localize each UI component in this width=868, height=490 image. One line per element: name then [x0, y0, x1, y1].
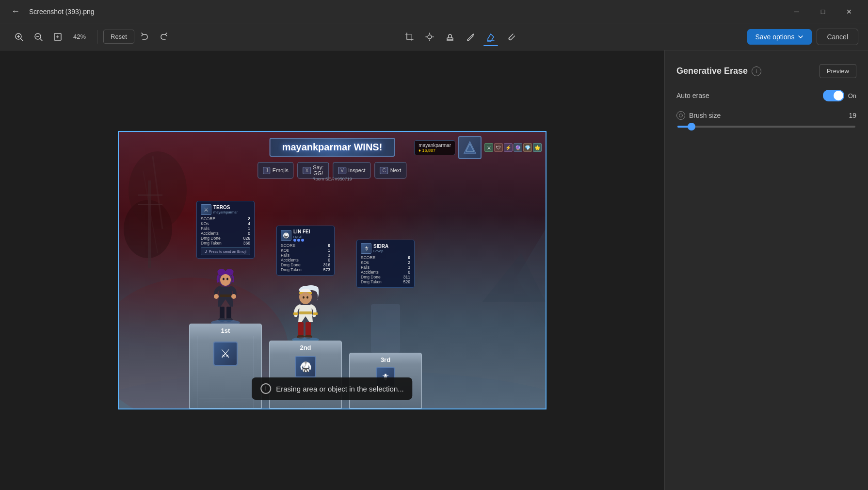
redo-button[interactable] — [155, 28, 173, 46]
window-controls: ─ □ ✕ — [786, 4, 860, 19]
brush-size-label: Brush size — [689, 112, 845, 119]
zoom-level: 42% — [68, 33, 91, 40]
erase-tool[interactable] — [482, 28, 500, 46]
pedestal-column-1st: 1st ⚔ — [189, 324, 262, 408]
mini-icons: ⚔ 🛡 ⚡ 🔮 💎 🌟 — [484, 143, 542, 152]
stamp-tool[interactable] — [441, 28, 459, 46]
fit-button[interactable] — [48, 28, 67, 46]
filename-label: Screenshot (393).png — [29, 8, 786, 16]
svg-point-33 — [226, 278, 228, 280]
svg-rect-37 — [220, 307, 225, 319]
svg-rect-49 — [305, 322, 311, 336]
pedestal-1st-area: ⚔ TEROS mayankparmar SCORE2 KOs4 Falls1 … — [189, 201, 262, 408]
tooltip-info-icon: i — [260, 383, 271, 394]
draw-tool[interactable] — [461, 28, 480, 46]
emojis-btn: JEmojis — [258, 162, 294, 179]
brush-size-value: 19 — [849, 112, 856, 119]
maximize-button[interactable]: □ — [812, 4, 834, 19]
brush-slider-container — [676, 126, 856, 128]
svg-point-35 — [214, 294, 219, 299]
game-screenshot: mayankparmar WINS! JEmojis XSay: GG! VIn… — [119, 132, 546, 408]
reset-button[interactable]: Reset — [103, 30, 134, 44]
save-options-label: Save options — [755, 33, 794, 41]
character-3rd — [364, 290, 407, 353]
main-content: mayankparmar WINS! JEmojis XSay: GG! VIn… — [0, 50, 868, 490]
say-gg-btn: XSay: GG! — [298, 162, 329, 179]
profile-icon — [458, 136, 482, 159]
profile-name: mayankparmar — [418, 143, 451, 148]
svg-rect-47 — [299, 311, 312, 314]
minimize-button[interactable]: ─ — [786, 4, 808, 19]
auto-erase-state: On — [848, 92, 856, 99]
score-card-3rd: 🗡 SIDRA Lovop SCORE0 KOs2 Falls3 Acciden… — [356, 240, 415, 288]
svg-rect-38 — [226, 307, 231, 319]
zoom-out-button[interactable] — [29, 28, 48, 46]
right-panel: Generative Erase i Preview Auto erase On… — [664, 50, 868, 490]
toolbar: 42% Reset — [0, 23, 868, 50]
next-btn: CNext — [374, 162, 406, 179]
char-1st-svg — [206, 265, 245, 324]
tooltip-bar: i Erasing area or object in the selectio… — [252, 377, 412, 400]
crop-tool[interactable] — [400, 28, 418, 46]
auto-erase-row: Auto erase On — [676, 90, 856, 101]
svg-rect-16 — [447, 40, 453, 41]
profile-info: mayankparmar ♦ 16,887 — [414, 140, 455, 155]
svg-rect-48 — [298, 322, 304, 336]
svg-point-18 — [509, 38, 511, 40]
svg-rect-53 — [313, 312, 318, 315]
back-button[interactable]: ← — [8, 4, 23, 19]
character-2nd — [284, 278, 327, 341]
panel-info-icon[interactable]: i — [752, 66, 761, 76]
svg-point-31 — [220, 274, 231, 286]
undo-button[interactable] — [135, 28, 154, 46]
winner-banner: mayankparmar WINS! — [270, 138, 395, 157]
brush-tool[interactable] — [502, 28, 520, 46]
svg-point-45 — [303, 296, 305, 299]
game-buttons-row: JEmojis XSay: GG! VInspect CNext — [258, 162, 407, 179]
profile-area: mayankparmar ♦ 16,887 ⚔ 🛡 ⚡ — [414, 136, 542, 159]
svg-point-54 — [292, 337, 319, 341]
divider-1 — [97, 30, 97, 44]
svg-point-32 — [223, 278, 225, 280]
brush-size-icon — [676, 111, 685, 120]
edit-controls: Reset — [103, 28, 173, 46]
character-1st — [204, 261, 247, 324]
score-card-1st: ⚔ TEROS mayankparmar SCORE2 KOs4 Falls1 … — [196, 201, 255, 259]
close-button[interactable]: ✕ — [838, 4, 860, 19]
brush-size-row: Brush size 19 — [676, 111, 856, 120]
svg-rect-23 — [148, 180, 151, 268]
winner-banner-area: mayankparmar WINS! JEmojis XSay: GG! VIn… — [270, 138, 395, 157]
winner-text: mayankparmar WINS! — [282, 142, 383, 152]
title-bar: ← Screenshot (393).png ─ □ ✕ — [0, 0, 868, 23]
panel-title: Generative Erase — [676, 66, 748, 76]
canvas-area: mayankparmar WINS! JEmojis XSay: GG! VIn… — [0, 50, 664, 490]
zoom-controls: 42% — [10, 28, 91, 46]
svg-point-41 — [211, 320, 240, 324]
score-card-2nd: 🥋 LIN FEI rajrui SCOR — [276, 226, 335, 276]
svg-line-5 — [40, 38, 43, 41]
svg-point-36 — [231, 294, 236, 299]
slider-track — [677, 126, 855, 128]
tool-selector — [175, 28, 745, 46]
svg-rect-52 — [293, 312, 298, 315]
image-container: mayankparmar WINS! JEmojis XSay: GG! VIn… — [118, 131, 547, 409]
svg-rect-15 — [447, 38, 453, 40]
svg-rect-34 — [220, 294, 231, 297]
panel-title-row: Generative Erase i Preview — [676, 64, 856, 78]
auto-erase-toggle[interactable] — [823, 90, 844, 101]
profile-gold: ♦ 16,887 — [418, 148, 451, 153]
zoom-in-button[interactable] — [10, 28, 28, 46]
room-id: Room SEA #950719 — [312, 177, 352, 181]
svg-line-1 — [21, 38, 23, 41]
svg-point-44 — [300, 292, 311, 304]
tooltip-text: Erasing area or object in the selection.… — [276, 385, 403, 393]
svg-point-46 — [306, 296, 308, 299]
adjust-tool[interactable] — [420, 28, 439, 46]
cancel-button[interactable]: Cancel — [817, 29, 858, 45]
toolbar-actions: Save options Cancel — [747, 29, 858, 45]
save-options-button[interactable]: Save options — [747, 29, 812, 45]
svg-point-10 — [428, 35, 432, 39]
toggle-knob — [834, 91, 843, 100]
preview-button[interactable]: Preview — [820, 64, 856, 78]
auto-erase-label: Auto erase — [676, 92, 823, 99]
